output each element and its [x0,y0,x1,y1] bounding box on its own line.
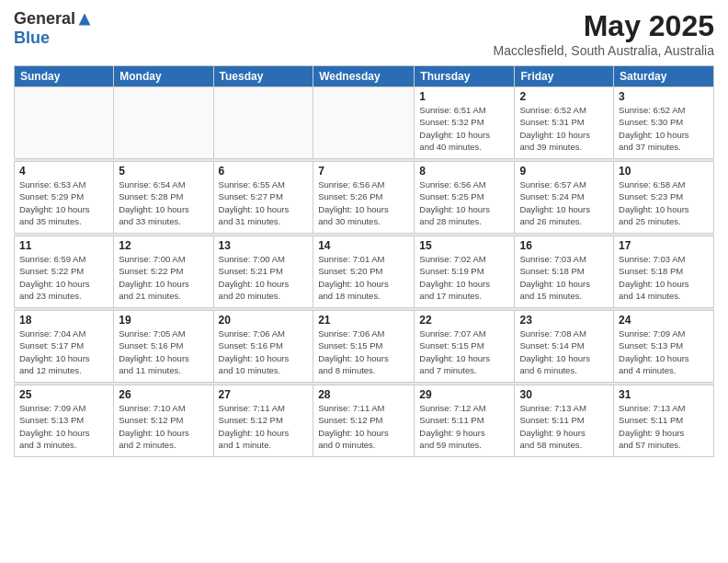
day-number: 22 [419,314,509,327]
calendar-cell: 8Sunrise: 6:56 AM Sunset: 5:25 PM Daylig… [415,162,515,234]
day-info: Sunrise: 6:53 AM Sunset: 5:29 PM Dayligh… [19,178,108,227]
calendar-cell: 30Sunrise: 7:13 AM Sunset: 5:11 PM Dayli… [515,385,614,457]
week-row-2: 4Sunrise: 6:53 AM Sunset: 5:29 PM Daylig… [15,162,714,234]
week-row-3: 11Sunrise: 6:59 AM Sunset: 5:22 PM Dayli… [15,236,714,308]
calendar-cell: 21Sunrise: 7:06 AM Sunset: 5:15 PM Dayli… [313,311,415,383]
day-info: Sunrise: 7:06 AM Sunset: 5:15 PM Dayligh… [318,327,409,376]
day-info: Sunrise: 6:56 AM Sunset: 5:25 PM Dayligh… [419,178,509,227]
day-number: 27 [219,388,309,401]
header-row: SundayMondayTuesdayWednesdayThursdayFrid… [15,66,714,87]
day-info: Sunrise: 7:03 AM Sunset: 5:18 PM Dayligh… [619,253,709,302]
day-info: Sunrise: 7:04 AM Sunset: 5:17 PM Dayligh… [19,327,108,376]
calendar-cell [313,87,415,159]
calendar-cell: 18Sunrise: 7:04 AM Sunset: 5:17 PM Dayli… [15,311,114,383]
week-row-1: 1Sunrise: 6:51 AM Sunset: 5:32 PM Daylig… [15,87,714,159]
calendar-cell: 5Sunrise: 6:54 AM Sunset: 5:28 PM Daylig… [114,162,213,234]
day-number: 17 [619,239,709,252]
day-number: 10 [619,165,709,178]
day-number: 5 [119,165,208,178]
calendar-cell: 1Sunrise: 6:51 AM Sunset: 5:32 PM Daylig… [415,87,515,159]
day-number: 2 [519,90,609,103]
calendar-cell: 4Sunrise: 6:53 AM Sunset: 5:29 PM Daylig… [15,162,114,234]
calendar-cell: 20Sunrise: 7:06 AM Sunset: 5:16 PM Dayli… [213,311,313,383]
day-info: Sunrise: 7:09 AM Sunset: 5:13 PM Dayligh… [19,402,108,451]
day-info: Sunrise: 6:59 AM Sunset: 5:22 PM Dayligh… [19,253,108,302]
header: General Blue May 2025 Macclesfield, Sout… [14,9,714,58]
day-number: 21 [318,314,409,327]
col-header-thursday: Thursday [415,66,515,87]
col-header-wednesday: Wednesday [313,66,415,87]
day-number: 18 [19,314,108,327]
calendar-cell: 2Sunrise: 6:52 AM Sunset: 5:31 PM Daylig… [515,87,614,159]
day-number: 28 [318,388,409,401]
day-info: Sunrise: 6:58 AM Sunset: 5:23 PM Dayligh… [619,178,709,227]
day-number: 1 [419,90,509,103]
calendar-cell: 25Sunrise: 7:09 AM Sunset: 5:13 PM Dayli… [15,385,114,457]
day-number: 8 [419,165,509,178]
calendar-cell: 19Sunrise: 7:05 AM Sunset: 5:16 PM Dayli… [114,311,213,383]
calendar-cell: 24Sunrise: 7:09 AM Sunset: 5:13 PM Dayli… [614,311,714,383]
calendar-cell: 9Sunrise: 6:57 AM Sunset: 5:24 PM Daylig… [515,162,614,234]
day-info: Sunrise: 6:52 AM Sunset: 5:31 PM Dayligh… [519,104,609,153]
calendar-cell: 28Sunrise: 7:11 AM Sunset: 5:12 PM Dayli… [313,385,415,457]
day-info: Sunrise: 6:56 AM Sunset: 5:26 PM Dayligh… [318,178,409,227]
col-header-monday: Monday [114,66,213,87]
col-header-saturday: Saturday [614,66,714,87]
calendar-cell: 23Sunrise: 7:08 AM Sunset: 5:14 PM Dayli… [515,311,614,383]
day-number: 14 [318,239,409,252]
day-info: Sunrise: 7:00 AM Sunset: 5:21 PM Dayligh… [219,253,309,302]
logo-general: General [14,9,75,29]
day-number: 23 [519,314,609,327]
day-info: Sunrise: 7:13 AM Sunset: 5:11 PM Dayligh… [519,402,609,451]
day-info: Sunrise: 7:02 AM Sunset: 5:19 PM Dayligh… [419,253,509,302]
col-header-sunday: Sunday [15,66,114,87]
calendar-cell: 14Sunrise: 7:01 AM Sunset: 5:20 PM Dayli… [313,236,415,308]
day-info: Sunrise: 7:11 AM Sunset: 5:12 PM Dayligh… [318,402,409,451]
col-header-tuesday: Tuesday [213,66,313,87]
calendar-table: SundayMondayTuesdayWednesdayThursdayFrid… [14,65,714,457]
calendar-cell [15,87,114,159]
calendar-cell: 31Sunrise: 7:13 AM Sunset: 5:11 PM Dayli… [614,385,714,457]
day-number: 16 [519,239,609,252]
day-number: 24 [619,314,709,327]
day-number: 31 [619,388,709,401]
day-info: Sunrise: 7:11 AM Sunset: 5:12 PM Dayligh… [219,402,309,451]
calendar-cell: 26Sunrise: 7:10 AM Sunset: 5:12 PM Dayli… [114,385,213,457]
day-number: 26 [119,388,208,401]
day-number: 30 [519,388,609,401]
calendar-cell: 11Sunrise: 6:59 AM Sunset: 5:22 PM Dayli… [15,236,114,308]
day-info: Sunrise: 6:57 AM Sunset: 5:24 PM Dayligh… [519,178,609,227]
day-info: Sunrise: 7:01 AM Sunset: 5:20 PM Dayligh… [318,253,409,302]
day-info: Sunrise: 7:05 AM Sunset: 5:16 PM Dayligh… [119,327,208,376]
day-info: Sunrise: 7:07 AM Sunset: 5:15 PM Dayligh… [419,327,509,376]
calendar-cell: 10Sunrise: 6:58 AM Sunset: 5:23 PM Dayli… [614,162,714,234]
day-number: 12 [119,239,208,252]
day-number: 4 [19,165,108,178]
col-header-friday: Friday [515,66,614,87]
day-info: Sunrise: 7:12 AM Sunset: 5:11 PM Dayligh… [419,402,509,451]
calendar-cell: 16Sunrise: 7:03 AM Sunset: 5:18 PM Dayli… [515,236,614,308]
calendar-cell [114,87,213,159]
day-info: Sunrise: 6:51 AM Sunset: 5:32 PM Dayligh… [419,104,509,153]
day-info: Sunrise: 7:06 AM Sunset: 5:16 PM Dayligh… [219,327,309,376]
calendar-cell: 29Sunrise: 7:12 AM Sunset: 5:11 PM Dayli… [415,385,515,457]
day-info: Sunrise: 7:00 AM Sunset: 5:22 PM Dayligh… [119,253,208,302]
calendar-cell: 17Sunrise: 7:03 AM Sunset: 5:18 PM Dayli… [614,236,714,308]
title-area: May 2025 Macclesfield, South Australia, … [494,9,714,58]
day-number: 13 [219,239,309,252]
day-number: 11 [19,239,108,252]
day-number: 20 [219,314,309,327]
subtitle: Macclesfield, South Australia, Australia [494,43,714,58]
calendar-cell: 15Sunrise: 7:02 AM Sunset: 5:19 PM Dayli… [415,236,515,308]
logo-icon [77,12,92,27]
logo-blue: Blue [14,29,50,48]
calendar-cell: 3Sunrise: 6:52 AM Sunset: 5:30 PM Daylig… [614,87,714,159]
calendar-cell: 6Sunrise: 6:55 AM Sunset: 5:27 PM Daylig… [213,162,313,234]
day-info: Sunrise: 7:08 AM Sunset: 5:14 PM Dayligh… [519,327,609,376]
calendar-cell: 12Sunrise: 7:00 AM Sunset: 5:22 PM Dayli… [114,236,213,308]
calendar-cell [213,87,313,159]
day-info: Sunrise: 6:54 AM Sunset: 5:28 PM Dayligh… [119,178,208,227]
day-number: 3 [619,90,709,103]
day-number: 29 [419,388,509,401]
calendar-cell: 22Sunrise: 7:07 AM Sunset: 5:15 PM Dayli… [415,311,515,383]
